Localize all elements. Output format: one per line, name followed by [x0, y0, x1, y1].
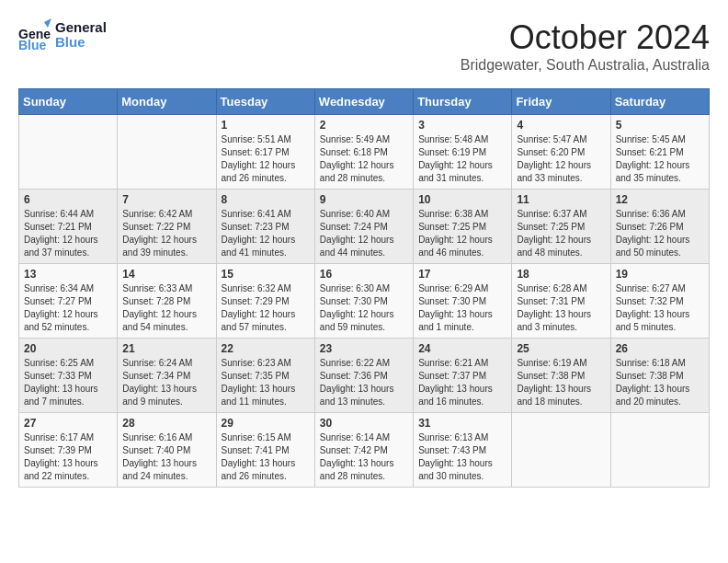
day-cell: 24Sunrise: 6:21 AM Sunset: 7:37 PM Dayli… — [414, 339, 512, 413]
day-cell: 22Sunrise: 6:23 AM Sunset: 7:35 PM Dayli… — [216, 339, 314, 413]
day-info: Sunrise: 6:29 AM Sunset: 7:30 PM Dayligh… — [418, 282, 506, 334]
day-cell: 7Sunrise: 6:42 AM Sunset: 7:22 PM Daylig… — [118, 190, 216, 264]
day-cell: 10Sunrise: 6:38 AM Sunset: 7:25 PM Dayli… — [414, 190, 512, 264]
day-number: 28 — [122, 417, 210, 430]
day-info: Sunrise: 5:51 AM Sunset: 6:17 PM Dayligh… — [222, 133, 310, 185]
day-cell: 19Sunrise: 6:27 AM Sunset: 7:32 PM Dayli… — [610, 264, 709, 339]
week-row-5: 27Sunrise: 6:17 AM Sunset: 7:39 PM Dayli… — [19, 413, 710, 488]
day-cell: 13Sunrise: 6:34 AM Sunset: 7:27 PM Dayli… — [19, 264, 118, 339]
day-cell: 27Sunrise: 6:17 AM Sunset: 7:39 PM Dayli… — [19, 413, 118, 488]
day-number: 25 — [517, 342, 605, 355]
day-number: 22 — [222, 342, 310, 355]
day-cell: 16Sunrise: 6:30 AM Sunset: 7:30 PM Dayli… — [314, 264, 413, 339]
day-cell: 18Sunrise: 6:28 AM Sunset: 7:31 PM Dayli… — [512, 264, 610, 339]
day-number: 20 — [24, 342, 112, 355]
day-cell: 6Sunrise: 6:44 AM Sunset: 7:21 PM Daylig… — [19, 190, 118, 264]
day-info: Sunrise: 6:15 AM Sunset: 7:41 PM Dayligh… — [222, 431, 310, 483]
day-number: 3 — [418, 119, 506, 132]
day-info: Sunrise: 6:22 AM Sunset: 7:36 PM Dayligh… — [320, 357, 408, 408]
day-number: 14 — [122, 268, 210, 281]
header-cell-sunday: Sunday — [19, 89, 118, 115]
week-row-3: 13Sunrise: 6:34 AM Sunset: 7:27 PM Dayli… — [19, 264, 710, 339]
day-cell: 30Sunrise: 6:14 AM Sunset: 7:42 PM Dayli… — [314, 413, 413, 488]
header-cell-thursday: Thursday — [414, 89, 512, 115]
day-number: 9 — [320, 193, 408, 206]
day-info: Sunrise: 5:45 AM Sunset: 6:21 PM Dayligh… — [616, 133, 704, 185]
day-cell: 11Sunrise: 6:37 AM Sunset: 7:25 PM Dayli… — [512, 190, 610, 264]
day-cell: 14Sunrise: 6:33 AM Sunset: 7:28 PM Dayli… — [118, 264, 216, 339]
title-area: October 2024 Bridgewater, South Australi… — [461, 18, 710, 74]
day-number: 29 — [222, 417, 310, 430]
day-cell: 8Sunrise: 6:41 AM Sunset: 7:23 PM Daylig… — [216, 190, 314, 264]
day-cell: 21Sunrise: 6:24 AM Sunset: 7:34 PM Dayli… — [118, 339, 216, 413]
day-cell: 1Sunrise: 5:51 AM Sunset: 6:17 PM Daylig… — [216, 115, 314, 190]
header-cell-monday: Monday — [118, 89, 216, 115]
logo-icon: General Blue — [18, 18, 51, 52]
day-number: 23 — [320, 342, 408, 355]
day-number: 7 — [122, 193, 210, 206]
day-info: Sunrise: 6:41 AM Sunset: 7:23 PM Dayligh… — [222, 208, 310, 259]
day-info: Sunrise: 5:48 AM Sunset: 6:19 PM Dayligh… — [418, 133, 506, 185]
day-info: Sunrise: 6:18 AM Sunset: 7:38 PM Dayligh… — [616, 357, 704, 408]
day-info: Sunrise: 6:36 AM Sunset: 7:26 PM Dayligh… — [616, 208, 704, 259]
day-number: 4 — [517, 119, 605, 132]
location-subtitle: Bridgewater, South Australia, Australia — [461, 57, 710, 74]
day-number: 30 — [320, 417, 408, 430]
header-cell-tuesday: Tuesday — [216, 89, 314, 115]
day-number: 12 — [616, 193, 704, 206]
day-cell — [610, 413, 709, 488]
day-number: 19 — [616, 268, 704, 281]
header-cell-saturday: Saturday — [610, 89, 709, 115]
day-info: Sunrise: 6:38 AM Sunset: 7:25 PM Dayligh… — [418, 208, 506, 259]
day-cell: 28Sunrise: 6:16 AM Sunset: 7:40 PM Dayli… — [118, 413, 216, 488]
day-cell — [19, 115, 118, 190]
day-info: Sunrise: 6:37 AM Sunset: 7:25 PM Dayligh… — [517, 208, 605, 259]
day-cell: 25Sunrise: 6:19 AM Sunset: 7:38 PM Dayli… — [512, 339, 610, 413]
day-cell: 31Sunrise: 6:13 AM Sunset: 7:43 PM Dayli… — [414, 413, 512, 488]
day-info: Sunrise: 6:16 AM Sunset: 7:40 PM Dayligh… — [122, 431, 210, 483]
day-info: Sunrise: 6:14 AM Sunset: 7:42 PM Dayligh… — [320, 431, 408, 483]
header-cell-friday: Friday — [512, 89, 610, 115]
week-row-1: 1Sunrise: 5:51 AM Sunset: 6:17 PM Daylig… — [19, 115, 710, 190]
header-row: SundayMondayTuesdayWednesdayThursdayFrid… — [19, 89, 710, 115]
day-number: 8 — [222, 193, 310, 206]
day-number: 16 — [320, 268, 408, 281]
day-info: Sunrise: 6:25 AM Sunset: 7:33 PM Dayligh… — [24, 357, 112, 408]
day-cell: 26Sunrise: 6:18 AM Sunset: 7:38 PM Dayli… — [610, 339, 709, 413]
month-title: October 2024 — [461, 18, 710, 57]
day-number: 6 — [24, 193, 112, 206]
day-cell: 15Sunrise: 6:32 AM Sunset: 7:29 PM Dayli… — [216, 264, 314, 339]
day-number: 5 — [616, 119, 704, 132]
day-cell: 17Sunrise: 6:29 AM Sunset: 7:30 PM Dayli… — [414, 264, 512, 339]
day-cell: 12Sunrise: 6:36 AM Sunset: 7:26 PM Dayli… — [610, 190, 709, 264]
week-row-2: 6Sunrise: 6:44 AM Sunset: 7:21 PM Daylig… — [19, 190, 710, 264]
day-number: 11 — [517, 193, 605, 206]
day-cell: 5Sunrise: 5:45 AM Sunset: 6:21 PM Daylig… — [610, 115, 709, 190]
day-number: 15 — [222, 268, 310, 281]
day-cell: 4Sunrise: 5:47 AM Sunset: 6:20 PM Daylig… — [512, 115, 610, 190]
week-row-4: 20Sunrise: 6:25 AM Sunset: 7:33 PM Dayli… — [19, 339, 710, 413]
day-info: Sunrise: 6:30 AM Sunset: 7:30 PM Dayligh… — [320, 282, 408, 334]
day-info: Sunrise: 6:34 AM Sunset: 7:27 PM Dayligh… — [24, 282, 112, 334]
logo: General Blue General Blue — [18, 18, 107, 52]
day-number: 10 — [418, 193, 506, 206]
day-number: 18 — [517, 268, 605, 281]
day-cell: 3Sunrise: 5:48 AM Sunset: 6:19 PM Daylig… — [414, 115, 512, 190]
day-cell — [512, 413, 610, 488]
day-info: Sunrise: 5:47 AM Sunset: 6:20 PM Dayligh… — [517, 133, 605, 185]
calendar-body: 1Sunrise: 5:51 AM Sunset: 6:17 PM Daylig… — [19, 115, 710, 488]
day-info: Sunrise: 6:19 AM Sunset: 7:38 PM Dayligh… — [517, 357, 605, 408]
day-info: Sunrise: 6:44 AM Sunset: 7:21 PM Dayligh… — [24, 208, 112, 259]
day-cell: 23Sunrise: 6:22 AM Sunset: 7:36 PM Dayli… — [314, 339, 413, 413]
svg-text:Blue: Blue — [18, 38, 47, 52]
day-number: 2 — [320, 119, 408, 132]
page-header: General Blue General Blue October 2024 B… — [18, 18, 710, 74]
day-info: Sunrise: 6:27 AM Sunset: 7:32 PM Dayligh… — [616, 282, 704, 334]
calendar-table: SundayMondayTuesdayWednesdayThursdayFrid… — [18, 88, 710, 488]
day-cell: 2Sunrise: 5:49 AM Sunset: 6:18 PM Daylig… — [314, 115, 413, 190]
day-number: 21 — [122, 342, 210, 355]
day-info: Sunrise: 6:33 AM Sunset: 7:28 PM Dayligh… — [122, 282, 210, 334]
day-number: 13 — [24, 268, 112, 281]
day-info: Sunrise: 6:13 AM Sunset: 7:43 PM Dayligh… — [418, 431, 506, 483]
logo-general: General — [55, 20, 107, 36]
